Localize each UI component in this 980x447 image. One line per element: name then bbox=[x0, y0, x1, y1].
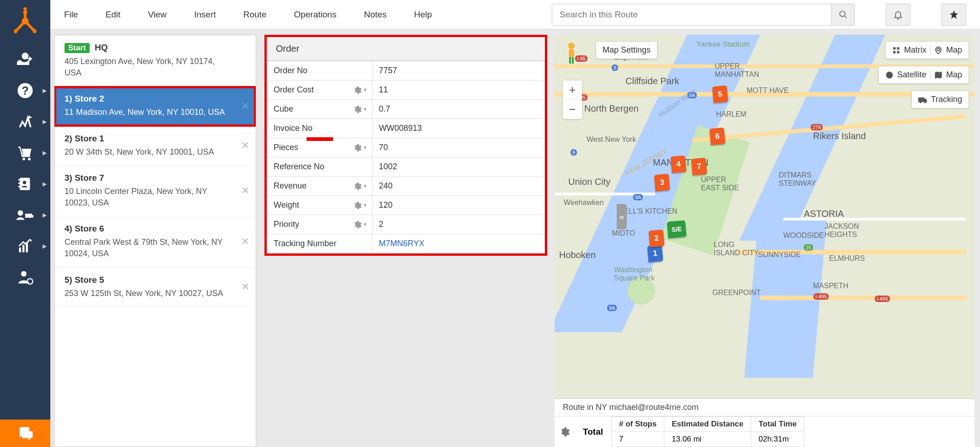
map-view-toggle[interactable]: Matrix Map bbox=[885, 41, 969, 59]
remove-stop-icon[interactable]: ✕ bbox=[241, 100, 249, 112]
svg-rect-37 bbox=[569, 57, 571, 64]
pegman-icon[interactable] bbox=[563, 41, 580, 66]
zoom-out-button[interactable]: − bbox=[563, 100, 582, 119]
field-gear-icon[interactable]: ▼ bbox=[353, 143, 367, 152]
sidebar-item-routes[interactable]: ▶ bbox=[0, 106, 50, 137]
search-input[interactable] bbox=[552, 4, 831, 25]
field-gear-icon[interactable]: ▼ bbox=[353, 105, 367, 114]
svg-rect-36 bbox=[569, 49, 574, 57]
map-marker-6[interactable]: 6 bbox=[709, 128, 725, 145]
chat-button[interactable] bbox=[0, 420, 50, 447]
collapse-panel-handle[interactable]: « bbox=[617, 204, 627, 229]
app-logo bbox=[10, 5, 41, 37]
top-menu-bar: File Edit View Insert Route Operations N… bbox=[50, 0, 980, 29]
svg-rect-19 bbox=[31, 215, 33, 218]
menu-help[interactable]: Help bbox=[414, 10, 432, 20]
menu-notes[interactable]: Notes bbox=[364, 10, 387, 20]
route-stats-table: # of StopsEstimated DistanceTotal Time 7… bbox=[611, 416, 804, 447]
map-layer-toggle[interactable]: Satellite Map bbox=[878, 66, 969, 84]
menu-edit[interactable]: Edit bbox=[106, 10, 121, 20]
svg-marker-30 bbox=[950, 10, 958, 18]
menu-operations[interactable]: Operations bbox=[294, 10, 336, 20]
sidebar-item-user-settings[interactable] bbox=[0, 262, 50, 293]
svg-point-20 bbox=[27, 217, 29, 220]
stop-item[interactable]: 1) Store 211 Madison Ave, New York, NY 1… bbox=[54, 86, 256, 126]
menu-view[interactable]: View bbox=[148, 10, 167, 20]
map-marker-start-end[interactable]: S/E bbox=[667, 220, 687, 238]
field-gear-icon[interactable]: ▼ bbox=[353, 220, 367, 229]
chevron-right-icon: ▶ bbox=[43, 243, 47, 249]
stop-item[interactable]: 5) Store 5253 W 125th St, New York, NY 1… bbox=[54, 268, 256, 307]
tracking-button[interactable]: Tracking bbox=[911, 91, 969, 108]
remove-stop-icon[interactable]: ✕ bbox=[241, 281, 249, 293]
favorite-button[interactable] bbox=[942, 4, 966, 26]
remove-stop-icon[interactable]: ✕ bbox=[241, 140, 249, 151]
stop-address: 20 W 34th St, New York, NY 10001, USA bbox=[65, 146, 233, 158]
notifications-button[interactable] bbox=[886, 4, 910, 26]
start-title: HQ bbox=[95, 43, 108, 52]
chevron-right-icon: ▶ bbox=[43, 181, 47, 187]
tracking-link[interactable]: M7MN6RYX bbox=[379, 239, 425, 248]
svg-point-11 bbox=[28, 158, 31, 161]
highlight-connector bbox=[307, 137, 333, 141]
map-marker-5[interactable]: 5 bbox=[712, 86, 728, 103]
remove-stop-icon[interactable]: ✕ bbox=[241, 236, 249, 248]
svg-point-10 bbox=[22, 158, 25, 161]
svg-rect-41 bbox=[893, 51, 895, 53]
map-panel[interactable]: I-95 I-95 278 I-495 I-495 9 9 9A 9A 9A 2… bbox=[555, 35, 975, 447]
route-settings-gear[interactable] bbox=[555, 426, 575, 437]
start-stop[interactable]: Start HQ 405 Lexington Ave, New York, NY… bbox=[54, 35, 256, 86]
svg-point-46 bbox=[920, 101, 921, 102]
order-field-label: Invoice No bbox=[267, 119, 372, 138]
svg-text:?: ? bbox=[22, 84, 29, 97]
stop-item[interactable]: 2) Store 120 W 34th St, New York, NY 100… bbox=[54, 126, 256, 166]
map-marker-4[interactable]: 4 bbox=[670, 156, 686, 173]
order-field-label: Revenue▼ bbox=[267, 177, 372, 196]
stops-panel: Start HQ 405 Lexington Ave, New York, NY… bbox=[54, 35, 256, 447]
map-marker-7[interactable]: 7 bbox=[691, 158, 707, 176]
zoom-controls: + − bbox=[563, 81, 582, 119]
menu-insert[interactable]: Insert bbox=[194, 10, 216, 20]
sidebar-item-help[interactable]: ?▶ bbox=[0, 75, 50, 106]
order-field-value: 7757 bbox=[372, 61, 545, 81]
map-settings-button[interactable]: Map Settings bbox=[596, 41, 657, 59]
chevron-right-icon: ▶ bbox=[43, 212, 47, 218]
order-field-value: 0.7 bbox=[372, 100, 545, 119]
svg-point-21 bbox=[31, 217, 33, 220]
field-gear-icon[interactable]: ▼ bbox=[353, 182, 367, 191]
svg-point-47 bbox=[924, 101, 926, 102]
order-field-value: 11 bbox=[372, 81, 545, 100]
stop-item[interactable]: 3) Store 710 Lincoln Center Plaza, New Y… bbox=[54, 166, 256, 216]
sidebar-item-addressbook[interactable]: ▶ bbox=[0, 168, 50, 199]
map-marker-3[interactable]: 3 bbox=[654, 174, 670, 192]
field-gear-icon[interactable]: ▼ bbox=[353, 201, 367, 210]
order-field-value: 2 bbox=[372, 215, 545, 234]
order-field-value: 1002 bbox=[372, 157, 545, 177]
zoom-in-button[interactable]: + bbox=[563, 81, 582, 100]
menu-route[interactable]: Route bbox=[243, 10, 267, 20]
sidebar-item-analytics[interactable]: ▶ bbox=[0, 231, 50, 262]
svg-rect-45 bbox=[918, 97, 924, 101]
svg-rect-38 bbox=[572, 57, 574, 64]
svg-marker-25 bbox=[30, 239, 32, 242]
svg-rect-15 bbox=[18, 183, 21, 184]
svg-rect-14 bbox=[18, 179, 21, 181]
sidebar-item-orders[interactable]: ▶ bbox=[0, 137, 50, 168]
svg-point-26 bbox=[21, 271, 27, 277]
start-address: 405 Lexington Ave, New York, NY 10174, U… bbox=[65, 56, 233, 79]
search-button[interactable] bbox=[831, 4, 854, 25]
remove-stop-icon[interactable]: ✕ bbox=[241, 185, 249, 197]
svg-point-13 bbox=[23, 181, 27, 184]
map-marker-2[interactable]: 2 bbox=[648, 230, 664, 248]
stop-address: 10 Lincoln Center Plaza, New York, NY 10… bbox=[65, 186, 233, 209]
field-gear-icon[interactable]: ▼ bbox=[353, 86, 367, 95]
svg-rect-22 bbox=[19, 248, 22, 253]
stop-address: Central Park West & 79th St, New York, N… bbox=[65, 237, 233, 259]
sidebar-item-add-user[interactable] bbox=[0, 44, 50, 75]
menu-file[interactable]: File bbox=[64, 10, 78, 20]
stop-item[interactable]: 4) Store 6Central Park West & 79th St, N… bbox=[54, 216, 256, 267]
svg-rect-42 bbox=[897, 51, 899, 53]
order-field-value: 70 bbox=[372, 138, 545, 157]
stop-title: 4) Store 6 bbox=[65, 224, 233, 234]
sidebar-item-fleet[interactable]: ▶ bbox=[0, 199, 50, 231]
